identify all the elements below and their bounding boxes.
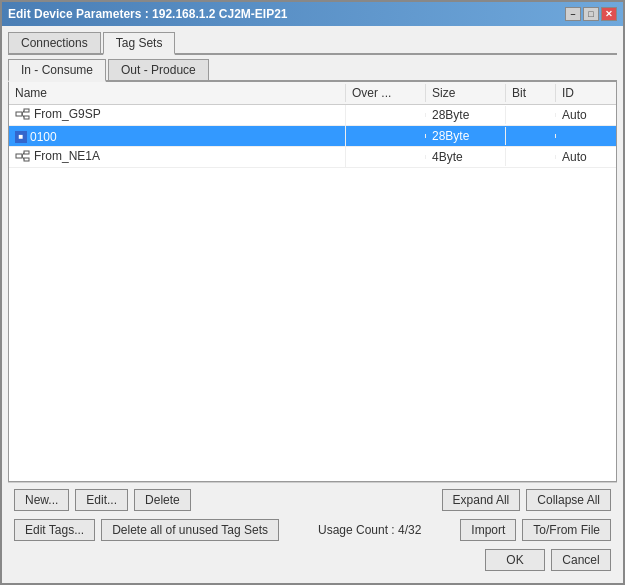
bottom-row-1: New... Edit... Delete Expand All Collaps…: [8, 482, 617, 515]
cell-size: 4Byte: [426, 148, 506, 166]
row-icon: From_G9SP: [15, 107, 101, 121]
title-bar: Edit Device Parameters : 192.168.1.2 CJ2…: [2, 2, 623, 26]
to-from-file-button[interactable]: To/From File: [522, 519, 611, 541]
cell-bit: [506, 134, 556, 138]
delete-all-button[interactable]: Delete all of unused Tag Sets: [101, 519, 279, 541]
table-row[interactable]: From_NE1A 4Byte Auto: [9, 147, 616, 168]
svg-rect-5: [16, 154, 22, 158]
maximize-button[interactable]: □: [583, 7, 599, 21]
edit-tags-button[interactable]: Edit Tags...: [14, 519, 95, 541]
col-over: Over ...: [346, 84, 426, 102]
svg-rect-7: [24, 158, 29, 161]
collapse-all-button[interactable]: Collapse All: [526, 489, 611, 511]
cell-id: Auto: [556, 106, 616, 124]
table-row[interactable]: From_G9SP 28Byte Auto: [9, 105, 616, 126]
col-bit: Bit: [506, 84, 556, 102]
cell-bit: [506, 113, 556, 117]
row-icon: ■ 0100: [15, 130, 57, 144]
title-bar-buttons: – □ ✕: [565, 7, 617, 21]
svg-rect-0: [16, 112, 22, 116]
main-window: Edit Device Parameters : 192.168.1.2 CJ2…: [0, 0, 625, 585]
svg-rect-2: [24, 116, 29, 119]
cell-over: [346, 113, 426, 117]
cell-size: 28Byte: [426, 106, 506, 124]
cell-name: From_G9SP: [9, 105, 346, 125]
edit-button[interactable]: Edit...: [75, 489, 128, 511]
cell-over: [346, 155, 426, 159]
usage-count: Usage Count : 4/32: [285, 523, 454, 537]
cell-over: [346, 134, 426, 138]
table-header: Name Over ... Size Bit ID: [9, 82, 616, 105]
table-row[interactable]: ■ 0100 28Byte: [9, 126, 616, 147]
left-buttons: New... Edit... Delete: [14, 489, 191, 511]
tag-icon: ■: [15, 131, 27, 143]
cell-name: From_NE1A: [9, 147, 346, 167]
cell-bit: [506, 155, 556, 159]
cancel-button[interactable]: Cancel: [551, 549, 611, 571]
col-name: Name: [9, 84, 346, 102]
delete-button[interactable]: Delete: [134, 489, 191, 511]
expand-all-button[interactable]: Expand All: [442, 489, 521, 511]
tab-content: Name Over ... Size Bit ID: [8, 82, 617, 482]
network-icon: [15, 108, 31, 120]
bottom-row-3: OK Cancel: [8, 547, 617, 577]
import-button[interactable]: Import: [460, 519, 516, 541]
cell-size: 28Byte: [426, 127, 506, 145]
col-size: Size: [426, 84, 506, 102]
cell-id: Auto: [556, 148, 616, 166]
close-button[interactable]: ✕: [601, 7, 617, 21]
row-icon: From_NE1A: [15, 149, 100, 163]
table-body: From_G9SP 28Byte Auto ■ 0100: [9, 105, 616, 481]
col-id: ID: [556, 84, 616, 102]
cell-name: ■ 0100: [9, 126, 346, 146]
window-title: Edit Device Parameters : 192.168.1.2 CJ2…: [8, 7, 288, 21]
tab-tag-sets[interactable]: Tag Sets: [103, 32, 176, 55]
ok-button[interactable]: OK: [485, 549, 545, 571]
minimize-button[interactable]: –: [565, 7, 581, 21]
window-body: Connections Tag Sets In - Consume Out - …: [2, 26, 623, 583]
svg-rect-1: [24, 109, 29, 112]
inner-tab-bar: In - Consume Out - Produce: [8, 59, 617, 82]
bottom-row-2: Edit Tags... Delete all of unused Tag Se…: [8, 515, 617, 547]
right-buttons: Expand All Collapse All: [442, 489, 611, 511]
svg-rect-6: [24, 151, 29, 154]
tab-in-consume[interactable]: In - Consume: [8, 59, 106, 82]
cell-id: [556, 134, 616, 138]
tab-out-produce[interactable]: Out - Produce: [108, 59, 209, 80]
new-button[interactable]: New...: [14, 489, 69, 511]
tab-connections[interactable]: Connections: [8, 32, 101, 53]
network-icon: [15, 150, 31, 162]
outer-tab-bar: Connections Tag Sets: [8, 32, 617, 55]
